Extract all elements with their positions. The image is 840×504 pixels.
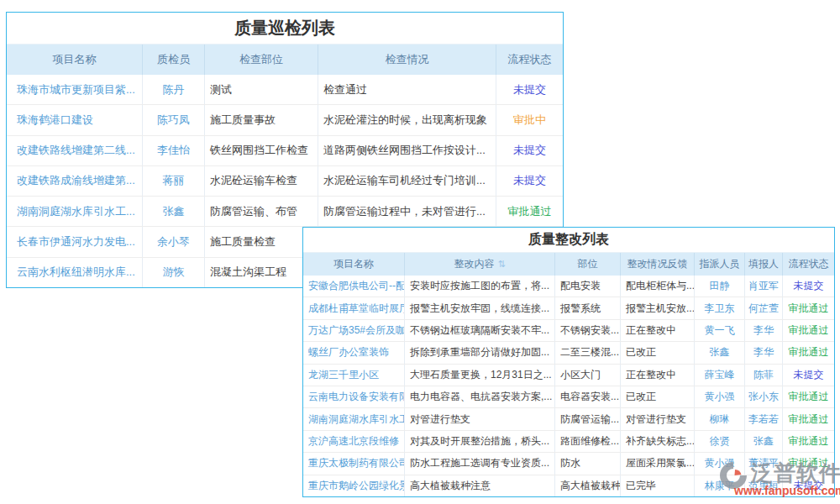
project-name-link[interactable]: 珠海市城市更新项目紫... <box>7 75 143 104</box>
inspector-name-link[interactable]: 余小琴 <box>143 227 205 256</box>
check-part-text: 混凝土沟渠工程 <box>205 258 318 287</box>
feedback-text: 已改正 <box>621 386 695 407</box>
rectify-content-text: 安装时应按施工图的布置，将... <box>405 276 555 297</box>
project-name-link[interactable]: 改建铁路成渝线增建第... <box>7 166 143 196</box>
rectify-content-text: 对其及时开展整治措施，桥头... <box>405 431 555 452</box>
project-name-link[interactable]: 螺丝厂办公室装饰 <box>303 342 405 363</box>
reporter-name-link[interactable]: 张小东 <box>745 386 783 407</box>
feedback-text: 报警主机安放... <box>621 297 695 318</box>
check-part-text: 施工质量检查 <box>205 227 318 256</box>
reporter-name-link[interactable]: 董清平 <box>745 453 783 474</box>
check-part-text: 测试 <box>205 75 318 104</box>
col-header-label: 整改内容 <box>454 257 494 271</box>
status-badge: 审批通过 <box>783 320 834 341</box>
inspector-name-link[interactable]: 陈巧凤 <box>143 105 205 134</box>
feedback-text: 对管进行垫支 <box>621 408 695 429</box>
status-badge: 未提交 <box>783 276 834 297</box>
status-badge: 审批通过 <box>783 408 834 429</box>
project-name-link[interactable]: 云南水利枢纽潜明水库... <box>7 258 143 287</box>
col-header-inspector: 质检员 <box>143 45 205 75</box>
part-text: 报警系统 <box>555 297 621 318</box>
project-name-link[interactable]: 湖南洞庭湖水库引水工程施工标 <box>303 408 405 429</box>
status-badge: 未提交 <box>783 475 834 496</box>
col-header-flow-status: 流程状态 <box>783 253 834 276</box>
check-situation-text: 防腐管运输过程中，未对管进行... <box>318 197 496 226</box>
feedback-text: 正在整改中 <box>621 320 695 341</box>
page-title: 质量巡检列表 <box>234 17 335 39</box>
col-header-part: 部位 <box>555 253 621 276</box>
part-text: 配电安装 <box>555 276 621 297</box>
status-badge: 审批通过 <box>783 453 834 474</box>
inspector-name-link[interactable]: 李佳怡 <box>143 136 205 165</box>
reporter-name-link[interactable]: 陈菲 <box>745 365 783 386</box>
rectify-content-text: 报警主机安放牢固，线缆连接... <box>405 297 555 318</box>
inspector-name-link[interactable]: 蒋丽 <box>143 166 205 196</box>
feedback-text: 补齐缺失标志... <box>621 431 695 452</box>
rectify-content-text: 对管进行垫支 <box>405 408 555 429</box>
project-name-link[interactable]: 改建铁路线增建第二线... <box>7 136 143 165</box>
inspector-name-link[interactable]: 游恢 <box>143 258 205 287</box>
check-situation-text: 检查通过 <box>318 75 496 104</box>
assignee-name-link[interactable]: 张鑫 <box>695 342 745 363</box>
check-part-text: 水泥砼运输车检查 <box>205 166 318 196</box>
assignee-name-link[interactable]: 田静 <box>695 276 745 297</box>
project-name-link[interactable]: 重庆太极制药有限公司亳州中... <box>303 453 405 474</box>
table-row: 安徽合肥供电公司--配电设备... 安装时应按施工图的布置，将... 配电安装 … <box>303 276 834 297</box>
reporter-name-link[interactable]: 李若若 <box>745 408 783 429</box>
col-header-check-part: 检查部位 <box>205 45 318 75</box>
project-name-link[interactable]: 湖南洞庭湖水库引水工... <box>7 197 143 226</box>
project-name-link[interactable]: 成都杜甫草堂临时展厅独立展... <box>303 297 405 318</box>
check-part-text: 铁丝网围挡工作检查 <box>205 136 318 165</box>
inspector-name-link[interactable]: 张鑫 <box>143 197 205 226</box>
part-text: 高大植被栽种 <box>555 475 621 496</box>
project-name-link[interactable]: 京沪高速北京段维修 <box>303 431 405 452</box>
reporter-name-link[interactable]: 李华 <box>745 320 783 341</box>
project-name-link[interactable]: 重庆市鹅岭公园绿化景观提升... <box>303 475 405 496</box>
table-row: 湖南洞庭湖水库引水工程施工标 对管进行垫支 防腐管运输... 对管进行垫支 柳琳… <box>303 408 834 430</box>
assignee-name-link[interactable]: 李卫东 <box>695 297 745 318</box>
quality-inspection-title: 质量巡检列表 <box>7 13 563 45</box>
assignee-name-link[interactable]: 黄小强 <box>695 453 745 474</box>
table-row: 重庆太极制药有限公司亳州中... 防水工程施工选调有专业资质... 防水 屋面采… <box>303 453 834 475</box>
feedback-text: 配电柜柜体与... <box>621 276 695 297</box>
reporter-name-link[interactable]: 范里桓 <box>745 475 783 496</box>
feedback-text: 已改正 <box>621 342 695 363</box>
assignee-name-link[interactable]: 柳琳 <box>695 408 745 429</box>
table-row: 成都杜甫草堂临时展厅独立展... 报警主机安放牢固，线缆连接... 报警系统 报… <box>303 297 834 319</box>
part-text: 电容器安装... <box>555 386 621 407</box>
check-part-text: 施工质量事故 <box>205 105 318 134</box>
reporter-name-link[interactable]: 李华 <box>745 342 783 363</box>
project-name-link[interactable]: 云南电力设备安装有限公司20... <box>303 386 405 407</box>
col-header-assignee: 指派人员 <box>695 253 745 276</box>
reporter-name-link[interactable]: 何芷萱 <box>745 297 783 318</box>
col-header-check-situation: 检查情况 <box>318 45 496 75</box>
status-badge: 审批通过 <box>783 386 834 407</box>
table-row: 珠海鹤港口建设 陈巧凤 施工质量事故 水泥砼灌注的时候，出现离析现象 审批中 <box>7 105 563 135</box>
col-header-project-name: 项目名称 <box>303 253 405 276</box>
col-header-reporter: 填报人 <box>745 253 783 276</box>
assignee-name-link[interactable]: 薛宝峰 <box>695 365 745 386</box>
reporter-name-link[interactable]: 肖亚军 <box>745 276 783 297</box>
quality-rectification-table: 质量整改列表 项目名称 整改内容 ⇅ 部位 整改情况反馈 指派人员 填报人 流程… <box>302 227 835 497</box>
project-name-link[interactable]: 万达广场35#会所及咖啡厅空... <box>303 320 405 341</box>
rectify-content-text: 大理石质量更换，12月31日之... <box>405 365 555 386</box>
col-header-rectify-content[interactable]: 整改内容 ⇅ <box>405 253 555 276</box>
table-row: 珠海市城市更新项目紫... 陈丹 测试 检查通过 未提交 <box>7 75 563 105</box>
inspector-name-link[interactable]: 陈丹 <box>143 75 205 104</box>
project-name-link[interactable]: 安徽合肥供电公司--配电设备... <box>303 276 405 297</box>
assignee-name-link[interactable]: 徐贤 <box>695 431 745 452</box>
assignee-name-link[interactable]: 林康平 <box>695 475 745 496</box>
project-name-link[interactable]: 长春市伊通河水力发电... <box>7 227 143 256</box>
project-name-link[interactable]: 珠海鹤港口建设 <box>7 105 143 134</box>
sort-icon[interactable]: ⇅ <box>497 260 505 269</box>
assignee-name-link[interactable]: 黄一飞 <box>695 320 745 341</box>
assignee-name-link[interactable]: 黄小强 <box>695 386 745 407</box>
project-name-link[interactable]: 龙湖三千里小区 <box>303 365 405 386</box>
reporter-name-link[interactable]: 张鑫 <box>745 431 783 452</box>
status-badge: 审批通过 <box>783 431 834 452</box>
check-situation-text: 水泥砼运输车司机经过专门培训... <box>318 166 496 196</box>
col-header-feedback: 整改情况反馈 <box>621 253 695 276</box>
status-badge: 审批中 <box>496 105 563 134</box>
rectify-content-text: 防水工程施工选调有专业资质... <box>405 453 555 474</box>
table-row: 重庆市鹅岭公园绿化景观提升... 高大植被栽种注意 高大植被栽种 已完毕 林康平… <box>303 475 834 496</box>
